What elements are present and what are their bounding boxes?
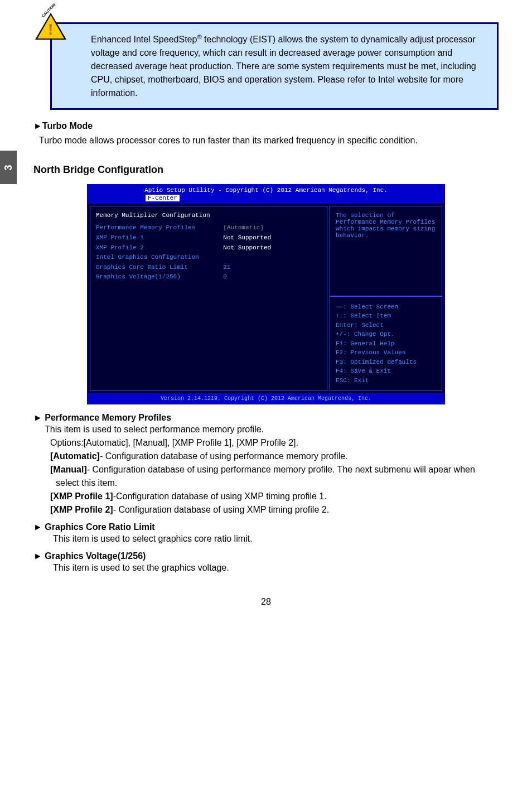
bios-row: XMP Profile 1Not Supported: [96, 233, 321, 243]
gv-body: This item is used to set the graphics vo…: [53, 561, 499, 575]
bios-body: Memory Multiplier Configuration Performa…: [88, 204, 444, 393]
option-line: [XMP Profile 1]-Configuration database o…: [50, 490, 499, 503]
bios-header-text: Aptio Setup Utility - Copyright (C) 2012…: [90, 187, 442, 194]
bios-row-label: XMP Profile 1: [96, 233, 223, 243]
bios-row-value: Not Supported: [223, 233, 321, 243]
bios-keys: →←: Select Screen↑↓: Select ItemEnter: S…: [330, 296, 442, 392]
bios-key-hint: ↑↓: Select Item: [336, 311, 436, 321]
bios-key-hint: ESC: Exit: [336, 376, 436, 385]
bios-footer: Version 2.14.1219. Copyright (C) 2012 Am…: [88, 393, 444, 404]
bios-left-panel: Memory Multiplier Configuration Performa…: [90, 206, 327, 391]
north-bridge-heading: North Bridge Configuration: [33, 164, 499, 176]
option-desc: - Configuration database of using perfor…: [100, 451, 348, 461]
bios-row-value: 0: [223, 272, 321, 282]
bios-key-hint: F2: Previous Values: [336, 348, 436, 358]
bios-row: Performance Memory Profiles[Automatic]: [96, 223, 321, 233]
bios-row-value: [Automatic]: [223, 223, 321, 233]
bios-row: Graphics Voltage(1/256)0: [96, 272, 321, 282]
bios-left-title: Memory Multiplier Configuration: [96, 212, 321, 219]
option-label: [XMP Profile 1]: [50, 491, 113, 501]
bios-key-hint: →←: Select Screen: [336, 302, 436, 312]
exclamation-icon: !: [48, 21, 53, 38]
page-tab-number: 3: [2, 165, 14, 170]
bios-key-hint: F1: General Help: [336, 339, 436, 349]
bios-row-value: 21: [223, 263, 321, 273]
caution-text-a: Enhanced Intel SpeedStep: [91, 35, 197, 44]
option-line: [XMP Profile 2]- Configuration database …: [50, 503, 499, 517]
gcrl-heading: ► Graphics Core Ratio Limit: [33, 522, 499, 532]
gv-heading: ► Graphics Voltage(1/256): [33, 551, 499, 561]
caution-text: Enhanced Intel SpeedStep® technology (EI…: [91, 32, 486, 100]
option-label: [XMP Profile 2]: [50, 505, 113, 514]
bios-row-label: Intel Graphics Configuration: [96, 253, 223, 263]
bios-key-hint: Enter: Select: [336, 321, 436, 330]
perf-mem-line2: Options:[Automatic], [Manual], [XMP Prof…: [50, 436, 499, 450]
option-label: [Automatic]: [50, 451, 100, 461]
bios-help-text: The selection of Performance Memory Prof…: [330, 206, 442, 296]
caution-icon: CAUTION !: [35, 13, 69, 44]
bios-row-value: [223, 253, 321, 263]
bios-header: Aptio Setup Utility - Copyright (C) 2012…: [88, 185, 444, 204]
bios-row-label: XMP Profile 2: [96, 243, 223, 253]
turbo-heading: ►Turbo Mode: [33, 121, 499, 131]
bios-fcenter-tab: F-Center: [146, 195, 180, 201]
caution-box: CAUTION ! Enhanced Intel SpeedStep® tech…: [50, 22, 499, 110]
bios-row-label: Performance Memory Profiles: [96, 223, 223, 233]
bios-row-value: Not Supported: [223, 243, 321, 253]
option-desc: - Configuration database of using XMP ti…: [113, 505, 329, 514]
bios-key-hint: F3: Optimized Defaults: [336, 358, 436, 367]
caution-sup: ®: [197, 33, 201, 40]
gcrl-body: This item is used to select graphics cor…: [53, 532, 499, 546]
bios-screenshot: Aptio Setup Utility - Copyright (C) 2012…: [87, 184, 445, 404]
bios-row: XMP Profile 2Not Supported: [96, 243, 321, 253]
bios-row-label: Graphics Voltage(1/256): [96, 272, 223, 282]
option-desc: -Configuration database of using XMP tim…: [113, 491, 327, 501]
page-content: CAUTION ! Enhanced Intel SpeedStep® tech…: [33, 0, 499, 618]
bios-row: Intel Graphics Configuration: [96, 253, 321, 263]
bios-right-panel: The selection of Performance Memory Prof…: [330, 206, 442, 391]
bios-key-hint: F4: Save & Exit: [336, 367, 436, 376]
page-number: 28: [33, 597, 499, 618]
bios-key-hint: +/-: Change Opt.: [336, 330, 436, 339]
perf-mem-line1: This item is used to select performance …: [45, 423, 499, 436]
option-label: [Manual]: [50, 465, 87, 474]
option-line: [Manual]- Configuration database of usin…: [50, 463, 499, 490]
perf-mem-heading: ► Performance Memory Profiles: [33, 413, 499, 423]
turbo-body: Turbo mode allows processor cores to run…: [39, 134, 499, 147]
option-desc: - Configuration database of using perfor…: [56, 465, 475, 488]
option-line: [Automatic]- Configuration database of u…: [50, 450, 499, 463]
page-section-tab: 3: [0, 151, 17, 184]
bios-row: Graphics Core Ratio Limit21: [96, 263, 321, 273]
bios-row-label: Graphics Core Ratio Limit: [96, 263, 223, 273]
